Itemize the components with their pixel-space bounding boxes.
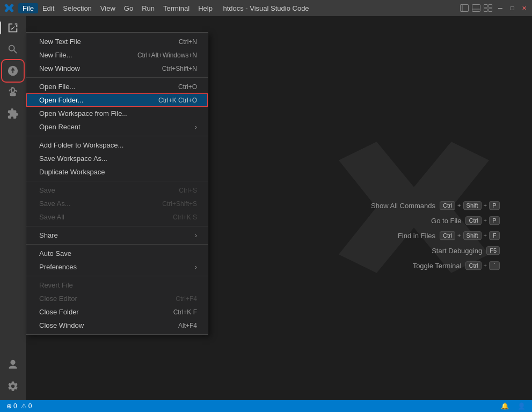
menu-open-recent[interactable]: Open Recent ›	[26, 120, 208, 134]
menu-save-all-label: Save All	[39, 213, 64, 221]
menu-save-all-shortcut: Ctrl+K S	[173, 214, 197, 221]
menu-open-folder-shortcut: Ctrl+K Ctrl+O	[158, 97, 197, 104]
layout-panel-icon[interactable]	[472, 4, 480, 12]
activity-git-icon[interactable]	[3, 61, 23, 80]
activity-bar	[0, 16, 26, 400]
menu-save-workspace[interactable]: Save Workspace As...	[26, 152, 208, 165]
menu-selection[interactable]: Selection	[59, 3, 96, 13]
kbd-ctrl2: Ctrl	[465, 216, 481, 225]
activity-settings-icon[interactable]	[3, 377, 23, 396]
main-layout: Show All Commands Ctrl + Shift + P Go to…	[0, 16, 532, 400]
separator-3	[26, 181, 208, 181]
file-menu-dropdown: New Text File Ctrl+N New File... Ctrl+Al…	[26, 32, 208, 335]
status-errors[interactable]: ⊕ 0 ⚠ 0	[4, 400, 34, 412]
maximize-button[interactable]: □	[508, 4, 516, 12]
status-bar-left: ⊕ 0 ⚠ 0	[4, 400, 34, 412]
menu-open-workspace-label: Open Workspace from File...	[39, 109, 128, 117]
activity-search-icon[interactable]	[3, 40, 23, 59]
separator-5	[26, 244, 208, 245]
menu-help[interactable]: Help	[194, 3, 217, 13]
kbd-group-find: Ctrl + Shift + F	[440, 231, 500, 240]
separator-4	[26, 226, 208, 226]
window-title: htdocs - Visual Studio Code	[223, 4, 309, 12]
menu-open-folder[interactable]: Open Folder... Ctrl+K Ctrl+O	[26, 93, 208, 107]
shortcut-label-find: Find in Files	[398, 232, 435, 240]
kbd-f5: F5	[486, 246, 500, 255]
svg-rect-4	[484, 5, 488, 8]
shortcut-row-debug: Start Debugging F5	[371, 246, 500, 255]
menu-share[interactable]: Share ›	[26, 229, 208, 242]
kbd-plus3: +	[484, 217, 487, 224]
layout-grid-icon[interactable]	[484, 4, 492, 12]
menu-close-folder-label: Close Folder	[39, 308, 79, 316]
separator-1	[26, 77, 208, 78]
error-count: 0	[13, 402, 17, 410]
menu-close-window-label: Close Window	[39, 321, 84, 329]
menu-open-recent-label: Open Recent	[39, 123, 81, 131]
menu-file[interactable]: File	[18, 3, 38, 13]
menu-close-editor: Close Editor Ctrl+F4	[26, 292, 208, 305]
activity-extensions-icon[interactable]	[3, 104, 23, 123]
menu-save-as: Save As... Ctrl+Shift+S	[26, 197, 208, 210]
menu-new-text-file[interactable]: New Text File Ctrl+N	[26, 35, 208, 48]
menu-terminal[interactable]: Terminal	[159, 3, 194, 13]
menu-run[interactable]: Run	[137, 3, 159, 13]
menu-new-file-shortcut: Ctrl+Alt+Windows+N	[137, 52, 197, 59]
kbd-backtick: `	[489, 261, 500, 270]
menu-new-window[interactable]: New Window Ctrl+Shift+N	[26, 62, 208, 75]
menu-auto-save[interactable]: Auto Save	[26, 247, 208, 260]
kbd-group-file: Ctrl + P	[465, 216, 500, 225]
shortcut-label-commands: Show All Commands	[371, 202, 435, 210]
kbd-group-debug: F5	[486, 246, 500, 255]
menu-preferences[interactable]: Preferences ›	[26, 260, 208, 274]
status-notifications-icon[interactable]: 🔔	[499, 400, 511, 412]
menu-revert-file: Revert File	[26, 278, 208, 292]
menu-close-editor-shortcut: Ctrl+F4	[176, 295, 197, 303]
kbd-p: P	[489, 201, 500, 210]
status-account-icon[interactable]: 👤	[515, 400, 528, 412]
menu-add-folder[interactable]: Add Folder to Workspace...	[26, 138, 208, 152]
svg-rect-7	[489, 9, 492, 12]
menu-close-editor-label: Close Editor	[39, 295, 77, 303]
menu-save-all: Save All Ctrl+K S	[26, 210, 208, 224]
kbd-group-commands: Ctrl + Shift + P	[440, 201, 500, 210]
menu-add-folder-label: Add Folder to Workspace...	[39, 141, 123, 149]
open-recent-arrow-icon: ›	[195, 123, 197, 131]
menu-open-file[interactable]: Open File... Ctrl+O	[26, 80, 208, 93]
title-bar-right: ─ □ ✕	[460, 4, 528, 12]
menu-new-file[interactable]: New File... Ctrl+Alt+Windows+N	[26, 48, 208, 62]
menu-save-as-shortcut: Ctrl+Shift+S	[162, 200, 197, 208]
kbd-p2: P	[489, 216, 500, 225]
layout-sidebar-icon[interactable]	[460, 4, 469, 12]
kbd-plus1: +	[457, 202, 461, 209]
menu-share-label: Share	[39, 231, 58, 239]
menu-open-file-label: Open File...	[39, 83, 75, 91]
error-icon: ⊕	[6, 402, 12, 410]
kbd-ctrl: Ctrl	[440, 201, 455, 210]
kbd-ctrl4: Ctrl	[465, 261, 481, 270]
activity-explorer-icon[interactable]	[3, 18, 23, 38]
menu-close-folder[interactable]: Close Folder Ctrl+K F	[26, 305, 208, 319]
menu-view[interactable]: View	[96, 3, 120, 13]
close-button[interactable]: ✕	[520, 4, 528, 12]
menu-save-as-label: Save As...	[39, 200, 71, 208]
menu-duplicate-workspace[interactable]: Duplicate Workspace	[26, 165, 208, 179]
kbd-shift: Shift	[463, 201, 482, 210]
menu-auto-save-label: Auto Save	[39, 249, 71, 258]
menu-go[interactable]: Go	[120, 3, 137, 13]
menu-open-workspace[interactable]: Open Workspace from File...	[26, 107, 208, 120]
menu-edit[interactable]: Edit	[38, 3, 59, 13]
activity-account-icon[interactable]	[3, 355, 23, 374]
shortcut-label-file: Go to File	[431, 217, 461, 225]
kbd-shift2: Shift	[463, 231, 482, 240]
menu-close-window-shortcut: Alt+F4	[178, 322, 197, 329]
status-bar-right: 🔔 👤	[499, 400, 528, 412]
activity-debug-icon[interactable]	[3, 83, 23, 102]
svg-rect-5	[489, 5, 492, 8]
minimize-button[interactable]: ─	[497, 4, 504, 12]
menu-close-window[interactable]: Close Window Alt+F4	[26, 319, 208, 332]
separator-2	[26, 136, 208, 136]
menu-save-label: Save	[39, 186, 55, 194]
menu-new-file-label: New File...	[39, 51, 72, 59]
menu-new-text-file-label: New Text File	[39, 38, 81, 46]
